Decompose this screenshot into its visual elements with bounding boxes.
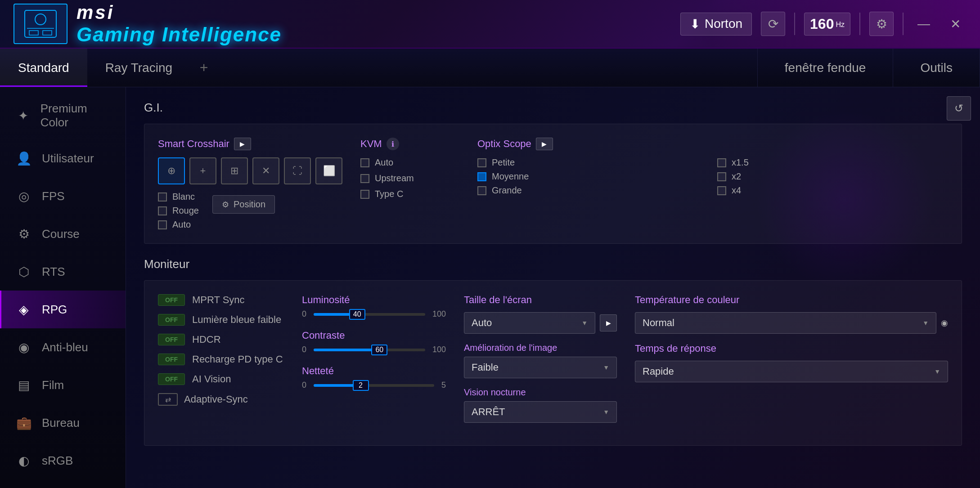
radio-kvm-typec[interactable] (360, 190, 369, 199)
sidebar-item-rpg[interactable]: ◈ RPG (0, 291, 126, 328)
contraste-track[interactable]: 60 (314, 349, 425, 351)
mprt-toggle[interactable]: OFF (158, 294, 185, 306)
bureau-icon: 💼 (15, 414, 33, 432)
sidebar-item-course[interactable]: ⚙ Course (0, 215, 126, 253)
contraste-slider-row: 0 60 100 (302, 345, 446, 354)
position-gear-icon: ⚙ (222, 200, 229, 210)
fps-icon: ◎ (15, 187, 33, 205)
crosshair-icon-1[interactable]: + (189, 157, 216, 184)
crosshair-icon-2[interactable]: ⊞ (221, 157, 248, 184)
smart-crosshair-play-button[interactable]: ▶ (234, 138, 251, 150)
contraste-label: Contraste (302, 330, 446, 341)
sidebar-item-rts[interactable]: ⬡ RTS (0, 253, 126, 291)
temps-reponse-group: Temps de réponse Rapide ▼ (635, 343, 948, 382)
sidebar-label-premium-color: Premium Color (40, 102, 112, 130)
optix-petite[interactable]: Petite (477, 157, 708, 168)
sync-icon-button[interactable]: ⟳ (761, 12, 785, 36)
temps-reponse-select[interactable]: Rapide ▼ (635, 361, 948, 382)
position-label: Position (234, 199, 265, 210)
crosshair-icon-4[interactable]: ⛶ (284, 157, 311, 184)
norton-button[interactable]: ⬇ Norton (680, 13, 752, 36)
refresh-button[interactable]: ↺ (947, 96, 971, 121)
temperature-value: Normal (643, 317, 674, 329)
radio-grande[interactable] (477, 186, 486, 195)
toggle-lumiere[interactable]: OFF Lumière bleue faible (158, 314, 284, 326)
sidebar-label-srgb: sRGB (42, 454, 73, 468)
taille-ecran-select[interactable]: Auto ▼ (464, 312, 595, 334)
color-option-blanc[interactable]: Blanc (158, 192, 199, 202)
lumiere-toggle[interactable]: OFF (158, 314, 185, 326)
position-button[interactable]: ⚙ Position (212, 195, 275, 214)
kvm-option-auto[interactable]: Auto (360, 157, 459, 168)
optix-play-button[interactable]: ▶ (536, 138, 553, 150)
tab-fenetre-fendue[interactable]: fenêtre fendue (757, 49, 893, 87)
radio-petite[interactable] (477, 158, 486, 167)
kvm-info-icon[interactable]: ℹ (387, 138, 399, 150)
nettete-label: Netteté (302, 365, 446, 377)
radio-moyenne[interactable] (477, 172, 486, 181)
tab-add-button[interactable]: + (190, 49, 217, 87)
toggle-ai-vision[interactable]: OFF AI Vision (158, 373, 284, 385)
luminosite-thumb[interactable]: 40 (349, 309, 365, 320)
ai-vision-toggle[interactable]: OFF (158, 373, 185, 385)
sidebar-item-film[interactable]: ▤ Film (0, 366, 126, 404)
vision-nocturne-value: ARRÊT (472, 406, 505, 418)
adaptive-sync-row[interactable]: ⇄ Adaptive-Sync (158, 393, 284, 406)
nettete-thumb[interactable]: 2 (353, 380, 369, 391)
minimize-button[interactable]: — (913, 13, 935, 35)
sidebar-item-bureau[interactable]: 💼 Bureau (0, 404, 126, 442)
optix-x2[interactable]: x2 (717, 171, 948, 182)
tab-outils[interactable]: Outils (893, 49, 980, 87)
luminosite-track[interactable]: 40 (314, 313, 425, 316)
crosshair-icon-3[interactable]: ✕ (252, 157, 279, 184)
radio-kvm-auto[interactable] (360, 158, 369, 167)
amelioration-select[interactable]: Faible ▼ (464, 357, 617, 378)
hdcr-toggle[interactable]: OFF (158, 334, 185, 345)
crosshair-icon-0[interactable]: ⊕ (158, 157, 185, 184)
sidebar-item-fps[interactable]: ◎ FPS (0, 177, 126, 215)
toggle-hdcr[interactable]: OFF HDCR (158, 334, 284, 345)
optix-scope-label: Optix Scope ▶ (477, 138, 948, 150)
color-option-rouge[interactable]: Rouge (158, 206, 199, 216)
optix-moyenne[interactable]: Moyenne (477, 171, 708, 182)
radio-x2[interactable] (717, 172, 726, 181)
taille-chevron-icon: ▼ (581, 319, 588, 327)
monitor-toggles-col: OFF MPRT Sync OFF Lumière bleue faible O… (158, 294, 284, 432)
nettete-track[interactable]: 2 (314, 384, 434, 387)
sidebar-label-fps: FPS (42, 189, 65, 203)
hz-button[interactable]: 160 Hz (804, 13, 850, 36)
optix-x4[interactable]: x4 (717, 185, 948, 196)
radio-x1-5[interactable] (717, 158, 726, 167)
sidebar-item-anti-bleu[interactable]: ◉ Anti-bleu (0, 328, 126, 366)
nettete-max: 5 (441, 381, 446, 390)
sidebar-item-srgb[interactable]: ◐ sRGB (0, 442, 126, 479)
taille-play-button[interactable]: ▶ (600, 314, 617, 331)
toggle-recharge[interactable]: OFF Recharge PD type C (158, 354, 284, 365)
settings-icon-button[interactable]: ⚙ (869, 12, 894, 36)
recharge-toggle[interactable]: OFF (158, 354, 185, 365)
radio-blanc[interactable] (158, 193, 167, 201)
temperature-select[interactable]: Normal ▼ (635, 312, 936, 334)
radio-auto[interactable] (158, 220, 167, 229)
vision-nocturne-select[interactable]: ARRÊT ▼ (464, 401, 617, 423)
kvm-option-typec[interactable]: Type C (360, 189, 459, 199)
radio-rouge[interactable] (158, 206, 167, 215)
optix-x1-5[interactable]: x1.5 (717, 157, 948, 168)
crosshair-icon-5[interactable]: ⬜ (315, 157, 342, 184)
radio-x4[interactable] (717, 186, 726, 195)
sidebar: ✦ Premium Color 👤 Utilisateur ◎ FPS ⚙ Co… (0, 87, 126, 488)
radio-kvm-upstream[interactable] (360, 174, 369, 183)
tab-ray-tracing[interactable]: Ray Tracing (87, 49, 190, 87)
optix-grande[interactable]: Grande (477, 185, 708, 196)
temp-indicator: ◉ (941, 318, 948, 328)
sidebar-item-premium-color[interactable]: ✦ Premium Color (0, 92, 126, 139)
sidebar-item-utilisateur[interactable]: 👤 Utilisateur (0, 139, 126, 177)
toggle-mprt[interactable]: OFF MPRT Sync (158, 294, 284, 306)
monitor-grid: OFF MPRT Sync OFF Lumière bleue faible O… (158, 294, 948, 432)
color-option-auto[interactable]: Auto (158, 219, 199, 230)
contraste-thumb[interactable]: 60 (371, 345, 387, 355)
temps-reponse-label: Temps de réponse (635, 343, 948, 354)
close-button[interactable]: ✕ (944, 13, 967, 35)
tab-standard[interactable]: Standard (0, 49, 87, 87)
kvm-option-upstream[interactable]: Upstream (360, 173, 459, 184)
